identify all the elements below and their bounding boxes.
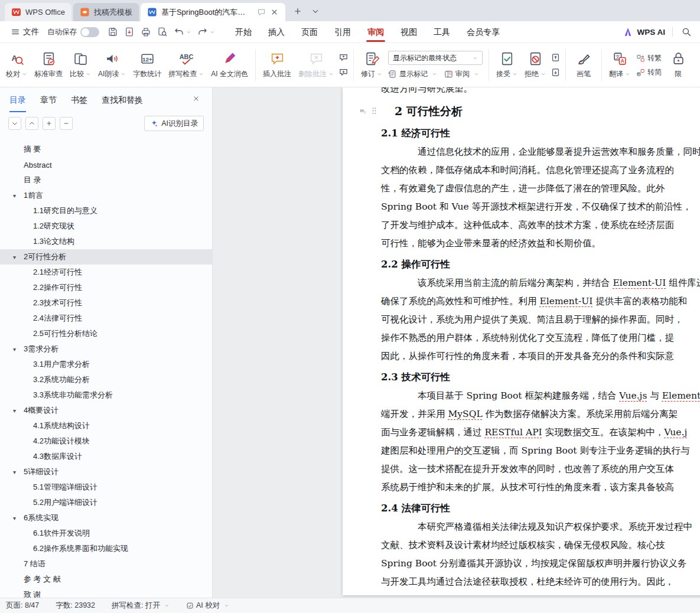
doc-text-line[interactable]: 操作不熟悉的用户群体，系统特别优化了交互流程，降低了使用门槛，提: [381, 329, 700, 347]
window-tab-3[interactable]: 基于SpringBoot的汽车维修: [141, 3, 285, 21]
spellcheck-status[interactable]: 拼写检查: 打开: [112, 601, 170, 611]
ribbon-tab-6[interactable]: 视图: [392, 21, 425, 43]
ribbon-button-translate[interactable]: 文A翻译: [605, 45, 634, 84]
doc-section-heading[interactable]: 2.4 法律可行性: [381, 498, 700, 518]
toc-item[interactable]: 5.2用户端详细设计: [0, 495, 212, 510]
next-change-button[interactable]: [551, 67, 561, 77]
ribbon-button-spellcheck[interactable]: ABC拼写检查: [165, 45, 207, 84]
chevron-down-button[interactable]: [8, 117, 21, 130]
doc-section-heading[interactable]: 2.1 经济可行性: [381, 123, 700, 143]
prev-change-button[interactable]: [551, 53, 561, 63]
toc-item[interactable]: 摘 要: [0, 142, 212, 157]
ribbon-tab-7[interactable]: 工具: [425, 21, 458, 43]
drag-handle-icon[interactable]: [370, 106, 379, 115]
ribbon-button-ai-polish[interactable]: AI 全文润色: [207, 45, 252, 84]
doc-text-line[interactable]: 系统易于维护和未来的扩展。从技术可行性的角度来看，该方案具备较高: [381, 478, 700, 497]
document-page[interactable]: 改进方向与研究展望。 H1 2 可行性分析 2.1 经济可行性通过信息化技术的应…: [343, 87, 700, 595]
doc-text-line[interactable]: 面与业务逻辑解耦，通过 RESTful API 实现数据交互。在该架构中，Vue…: [381, 423, 700, 442]
doc-text-line[interactable]: 文档的依赖，降低存储成本和时间消耗。信息化管理还提高了业务流程的: [381, 161, 700, 180]
doc-text-line[interactable]: 本项目基于 Spring Boot 框架构建服务端，结合 Vue.js 与 El…: [381, 387, 700, 405]
ribbon-tab-4[interactable]: 引用: [326, 21, 359, 43]
wps-ai-button[interactable]: WPS AI: [623, 27, 665, 37]
plus-button[interactable]: [43, 117, 56, 130]
ribbon-button-accept[interactable]: 接受: [493, 45, 521, 84]
close-pane-button[interactable]: [192, 94, 203, 105]
pane-tab-4[interactable]: 查找和替换: [102, 87, 143, 112]
close-tab-button[interactable]: [270, 8, 279, 17]
toc-item[interactable]: 致 谢: [0, 587, 212, 598]
toc-item[interactable]: ▾1前言: [0, 188, 212, 203]
ribbon-button-ink-pen[interactable]: 画笔: [569, 45, 598, 84]
toc-item[interactable]: 3.1用户需求分析: [0, 357, 212, 372]
toc-item[interactable]: ▾2可行性分析: [0, 249, 212, 265]
pane-tab-1[interactable]: 目录: [9, 87, 26, 112]
undo-button[interactable]: [171, 25, 194, 39]
ribbon-button-to-traditional[interactable]: 转繁: [636, 53, 662, 63]
toc-item[interactable]: ▾5详细设计: [0, 464, 212, 480]
print-button[interactable]: [138, 25, 154, 39]
minus-button[interactable]: [60, 117, 73, 130]
ai-recognize-toc-button[interactable]: AI识别目录: [144, 116, 204, 131]
save-button[interactable]: [105, 25, 121, 39]
doc-text-line[interactable]: Spring Boot 分别遵循其开源协议，均按规定保留版权声明并履行协议义务: [381, 555, 700, 573]
toc-item[interactable]: 2.4法律可行性: [0, 311, 212, 326]
doc-text-line[interactable]: 通过信息化技术的应用，企业能够显著提升运营效率和服务质量，同时: [381, 143, 700, 161]
ribbon-tab-2[interactable]: 插入: [260, 21, 293, 43]
ribbon-button-to-simplified[interactable]: 转简: [636, 67, 662, 77]
word-count-indicator[interactable]: 字数: 23932: [56, 601, 95, 611]
ribbon-tab-5[interactable]: 审阅: [359, 21, 392, 43]
toc-item[interactable]: 6.2操作系统界面和功能实现: [0, 541, 212, 556]
doc-text-line[interactable]: 确保了系统的高效性和可维护性。利用 Element-UI 提供丰富的表格功能和: [381, 292, 700, 311]
toc-item[interactable]: ▾4概要设计: [0, 403, 212, 418]
toc-item[interactable]: 6.1软件开发说明: [0, 526, 212, 541]
doc-text-line[interactable]: 了开发与维护成本。这种低成本、高效率的技术方案，使系统在经济层面: [381, 216, 700, 234]
toc-item[interactable]: 3.2系统功能分析: [0, 372, 212, 387]
window-tab-1[interactable]: WPS Office: [5, 3, 71, 21]
toc-item[interactable]: 4.1系统结构设计: [0, 418, 212, 433]
doc-text-line[interactable]: 可视化设计，系统为用户提供了美观、简洁且易于理解的操作界面。同时，: [381, 311, 700, 329]
collapse-arrow-icon[interactable]: ▾: [13, 193, 24, 199]
toc-item[interactable]: 2.1经济可行性: [0, 265, 212, 280]
toc-item[interactable]: 1.3论文结构: [0, 234, 212, 249]
toc-item[interactable]: 4.2功能设计模块: [0, 433, 212, 449]
toc-item[interactable]: 2.5可行性分析结论: [0, 326, 212, 341]
doc-text-line[interactable]: 改进方向与研究展望。: [381, 87, 700, 98]
ai-proofread-status[interactable]: AI 校对: [186, 601, 229, 611]
collapse-arrow-icon[interactable]: ▾: [13, 346, 24, 353]
toc-item[interactable]: 3.3系统非功能需求分析: [0, 387, 212, 403]
page-indicator[interactable]: 页面: 8/47: [6, 601, 39, 611]
toc-item[interactable]: ▾6系统实现: [0, 510, 212, 526]
ribbon-button-proofread[interactable]: A校对: [2, 45, 31, 84]
ribbon-button-track-changes[interactable]: 修订: [357, 45, 386, 84]
ribbon-button-restrict-edit[interactable]: 限: [664, 45, 692, 84]
ribbon-button-ai-read[interactable]: AI朗读: [95, 45, 129, 84]
pane-tab-3[interactable]: 书签: [71, 87, 87, 112]
doc-section-heading[interactable]: 2.3 技术可行性: [381, 367, 700, 387]
doc-text-line[interactable]: 因此，从操作可行性的角度来看，本项目的开发具备充分的条件和实际意: [381, 347, 700, 366]
ribbon-tab-8[interactable]: 会员专享: [458, 21, 508, 43]
markup-state-dropdown[interactable]: 显示标记的最终状态: [388, 51, 483, 65]
collapse-arrow-icon[interactable]: ▾: [13, 407, 24, 414]
doc-text-line[interactable]: 文献、技术资料及设计素材均经过版权核实，确保无侵权风险。核心技: [381, 536, 700, 555]
ribbon-button-insert-comment[interactable]: 插入批注: [259, 45, 295, 84]
toc-item[interactable]: 7 结语: [0, 556, 212, 572]
ribbon-button-delete-comment[interactable]: 删除批注: [295, 45, 337, 84]
doc-text-line[interactable]: 建图层和处理用户的交互逻辑，而 Spring Boot 则专注于业务逻辑的执行与: [381, 442, 700, 460]
new-tab-button[interactable]: [291, 4, 305, 18]
doc-text-line[interactable]: 与开发工具均通过合法途径获取授权，杜绝未经许可的使用行为。因此，: [381, 573, 700, 591]
redo-button[interactable]: [195, 25, 217, 39]
toc-item[interactable]: 2.2操作可行性: [0, 280, 212, 295]
toc-item[interactable]: 参 考 文 献: [0, 572, 212, 587]
export-button[interactable]: [122, 25, 137, 39]
file-menu-button[interactable]: 文件: [7, 24, 43, 40]
document-canvas[interactable]: 改进方向与研究展望。 H1 2 可行性分析 2.1 经济可行性通过信息化技术的应…: [213, 87, 700, 598]
ribbon-button-compare[interactable]: 比较: [66, 45, 95, 84]
toc-item[interactable]: ▾3需求分析: [0, 341, 212, 357]
ribbon-tab-3[interactable]: 页面: [293, 21, 326, 43]
ribbon-tab-1[interactable]: 开始: [227, 21, 260, 43]
doc-text-line[interactable]: Spring Boot 和 Vue 等开源技术框架进行开发，不仅确保了技术的前沿…: [381, 198, 700, 216]
doc-text-line[interactable]: 可行性，能够为企业带来显著的经济效益和长期价值。: [381, 234, 700, 253]
toc-item[interactable]: 1.2研究现状: [0, 219, 212, 234]
doc-chapter-heading[interactable]: 2 可行性分析: [381, 100, 700, 122]
doc-text-line[interactable]: 提供。这一技术搭配在提升开发效率的同时，也改善了系统的用户交互体: [381, 460, 700, 478]
